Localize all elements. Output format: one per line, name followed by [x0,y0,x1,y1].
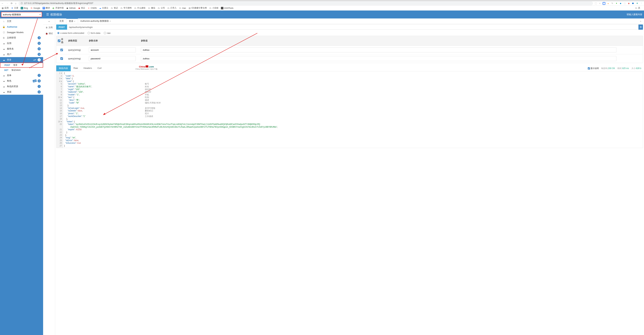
show-desc-checkbox[interactable]: 显示说明 [588,67,599,70]
resp-tab-body[interactable]: 响应内容 [56,66,71,71]
badge: 8 [38,79,41,82]
nav-fwd-icon[interactable]: → [6,2,8,5]
cloud-icon: ☁ [2,91,5,93]
badge: 1 [38,85,41,88]
param-value-input[interactable] [141,48,616,52]
bm-bdcloud[interactable]: ☁百度云 [99,6,108,10]
bm-baidu[interactable]: ✲百度 [11,6,18,10]
tab-home[interactable]: 主页 [57,18,66,24]
nav-back-icon[interactable]: ← [2,2,4,5]
sidebar-item-login[interactable]: ☁登录new2 [0,57,43,62]
sidebar-item-home[interactable]: ⌂主页 [0,18,43,24]
bm-es[interactable]: ▤ES搜索引擎文档 [188,6,207,10]
search-placeholder[interactable]: 请输入搜索内容 [626,13,642,16]
cloud-icon: ☁ [2,42,5,45]
ext-icon[interactable]: ⋮ [640,2,642,5]
close-icon[interactable]: × [110,20,111,22]
bm-mac[interactable]: 🗀mac [179,7,186,9]
home-icon: ⌂ [2,20,5,22]
sidebar-sub-login-post[interactable]: POST登录 [0,62,43,68]
sidebar-item-menu[interactable]: ☁菜单7 [0,72,43,78]
bm-company[interactable]: 🗀公司 [158,6,165,10]
bm-apps[interactable]: ▦应用 [2,6,8,10]
param-name-input[interactable] [89,56,136,61]
watermark: China.com China Webmaster | 站长下载 [136,66,158,71]
params-table: 全选 参数类型 参数名称 参数值 query(string) [56,36,643,63]
sidebar-item-authorize[interactable]: 🔒Authorize [0,24,43,30]
bm-other[interactable]: 🗀其 [635,6,640,10]
sidebar-item-app[interactable]: ☁应用5 [0,40,43,46]
bm-notes[interactable]: 🗀笔记 [111,6,118,10]
sidebar-item-swagger[interactable]: ⬡Swagger Models [0,30,43,35]
debug-tab[interactable]: 🐞调试 [43,30,55,36]
tab-login[interactable]: 登录× [66,18,78,24]
ext-icon[interactable]: ⬢ [632,2,634,5]
sidebar-item-doc[interactable]: 🗎文档管理3 [0,35,43,40]
url-text: 127.0.0.1:8760/api/gate/doc.html#/author… [24,2,93,5]
bm-tools[interactable]: 101024Tools [221,7,234,9]
bm-oschina[interactable]: ◐开源中国 [52,6,64,10]
bm-imported[interactable]: 🗀已导入 [167,6,176,10]
send-button[interactable]: 发 [638,24,643,30]
resp-tab-curl[interactable]: Curl [95,66,104,71]
bm-study[interactable]: 🗀学习资料 [120,6,132,10]
ext-icon[interactable]: ⬚ [623,2,626,5]
method-badge: POST [56,24,67,30]
menu-toggle-icon[interactable]: ☰ [46,12,49,16]
tabs-more-icon[interactable]: » [639,20,642,22]
ext-icon[interactable]: ⛶ [594,2,597,5]
nav-home-icon[interactable]: ⌂ [15,2,16,5]
doc-tab[interactable]: 🗎文档 [43,24,55,30]
sidebar-item-service[interactable]: ☁服务表6 [0,46,43,52]
radio-raw[interactable]: raw [104,32,110,34]
collapse-icon[interactable]: « [43,18,55,24]
ext-icon[interactable]: ✦ [615,2,618,5]
resp-tab-headers[interactable]: Headers [81,66,95,71]
api-label: 验证token [12,69,21,72]
bug-icon: 🐞 [45,32,48,35]
bm-stuff[interactable]: 🗀什么都有 [134,6,146,10]
module-selector[interactable]: authority-权限模块 [1,12,42,17]
doc-icon: 🗎 [46,26,48,29]
nav-reload-icon[interactable]: ⟳ [11,2,12,5]
cloud-icon: ☁ [2,53,5,56]
close-icon[interactable]: × [74,20,75,22]
bm-bing[interactable]: bBing [21,7,28,9]
json-code[interactable]: { "code": 0, "data": { "user": { "accoun… [63,72,643,148]
row-checkbox[interactable] [60,49,63,51]
bm-github[interactable]: ◉GitHub [66,7,76,9]
bookmarks-bar: ▦应用 ✲百度 bBing GGoogle 译翻译 ◐开源中国 ◉GitHub … [0,6,644,10]
select-all-checkbox[interactable] [58,40,60,42]
param-value-input[interactable] [141,56,616,61]
sidebar-sub-login-get[interactable]: GET验证token [0,68,43,72]
sidebar-item-user[interactable]: ☁用户9 [0,52,43,57]
url-input[interactable]: ⓘ 127.0.0.1:8760/api/gate/doc.html#/auth… [18,2,593,5]
sidebar-item-res[interactable]: ☁资源6 [0,89,43,95]
ext-icon[interactable]: ◉ [628,2,630,5]
param-type: query(string) [67,54,88,63]
radio-xwww[interactable]: x-www-form-urlencoded [57,32,84,34]
bm-wechat[interactable]: 🗀微信 [148,6,155,10]
api-label: 登录 [13,64,18,66]
bm-trans[interactable]: 译翻译 [42,6,50,10]
resp-tab-raw[interactable]: Raw [71,66,81,71]
request-url[interactable]: /api/authority/anno/login [67,24,638,30]
bm-goal[interactable]: 🗀小目标 [209,6,218,10]
sidebar-item-role[interactable]: ☁角色new8 [0,78,43,84]
ext-icon[interactable]: ◆ [619,2,622,5]
param-name-input[interactable] [89,48,136,52]
ext-icon[interactable]: ♦ [607,2,610,5]
bm-csdn[interactable]: CCSDN [88,7,96,9]
bm-google[interactable]: GGoogle [30,7,40,9]
bm-gitee[interactable]: ◉码云 [78,6,85,10]
ext-icon[interactable]: ✱ [636,2,638,5]
col-value: 参数值 [140,36,643,46]
radio-form[interactable]: form-data [88,32,100,34]
ext-icon[interactable]: ↻ [611,2,614,5]
row-checkbox[interactable] [60,57,63,60]
star-icon[interactable]: ☆ [598,2,601,5]
tab-authorize[interactable]: Authorize-authority-权限模块× [78,18,113,24]
ext-icon[interactable]: ⬤ [602,2,605,5]
body-type-row: x-www-form-urlencoded form-data raw [55,30,644,36]
sidebar-item-roleres[interactable]: ☁角色的资源1 [0,84,43,89]
